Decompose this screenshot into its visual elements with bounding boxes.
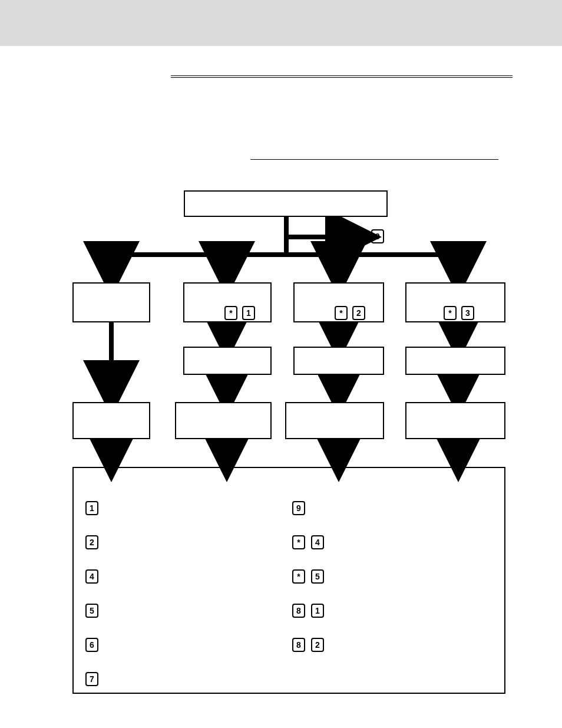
key-0[interactable]: 0 (371, 229, 384, 243)
options-panel (72, 467, 505, 694)
branch-0-final (72, 402, 150, 439)
option-left-4: 6 (85, 638, 104, 652)
key-2[interactable]: 2 (85, 535, 98, 549)
option-right-4: 8 2 (292, 638, 330, 652)
branch-3-sub (405, 347, 505, 375)
option-right-1: * 4 (292, 535, 330, 549)
key-6[interactable]: 6 (85, 638, 98, 652)
root-node (184, 190, 388, 217)
branch-3-final (405, 402, 505, 439)
branch-1-final (175, 402, 272, 439)
branch-2-keys: * 2 (335, 306, 368, 320)
key-2[interactable]: 2 (352, 306, 365, 320)
option-left-5: 7 (85, 672, 104, 686)
branch-0-box (72, 282, 150, 322)
option-right-3: 8 1 (292, 604, 330, 618)
key-7[interactable]: 7 (85, 672, 98, 686)
key-star[interactable]: * (224, 306, 237, 320)
key-star[interactable]: * (335, 306, 348, 320)
key-3[interactable]: 3 (461, 306, 474, 320)
option-left-1: 2 (85, 535, 104, 549)
key-star[interactable]: * (292, 569, 305, 584)
key-4[interactable]: 4 (85, 569, 98, 584)
key-1[interactable]: 1 (311, 604, 324, 618)
key-1[interactable]: 1 (85, 501, 98, 515)
option-left-2: 4 (85, 569, 104, 584)
key-4[interactable]: 4 (311, 535, 324, 549)
key-star[interactable]: * (444, 306, 457, 320)
key-8[interactable]: 8 (292, 604, 305, 618)
key-9[interactable]: 9 (292, 501, 305, 515)
branch-1-sub (183, 347, 272, 375)
branch-3-keys: * 3 (444, 306, 477, 320)
branch-1-keys: * 1 (224, 306, 257, 320)
key-8[interactable]: 8 (292, 638, 305, 652)
option-right-2: * 5 (292, 569, 330, 584)
option-left-0: 1 (85, 501, 104, 515)
key-5[interactable]: 5 (311, 569, 324, 584)
key-1[interactable]: 1 (242, 306, 255, 320)
key-2[interactable]: 2 (311, 638, 324, 652)
zero-key-group: 0 (371, 229, 386, 243)
key-5[interactable]: 5 (85, 604, 98, 618)
branch-2-final (285, 402, 384, 439)
branch-2-sub (293, 347, 384, 375)
option-right-0: 9 (292, 501, 311, 515)
option-left-3: 5 (85, 604, 104, 618)
key-star[interactable]: * (292, 535, 305, 549)
